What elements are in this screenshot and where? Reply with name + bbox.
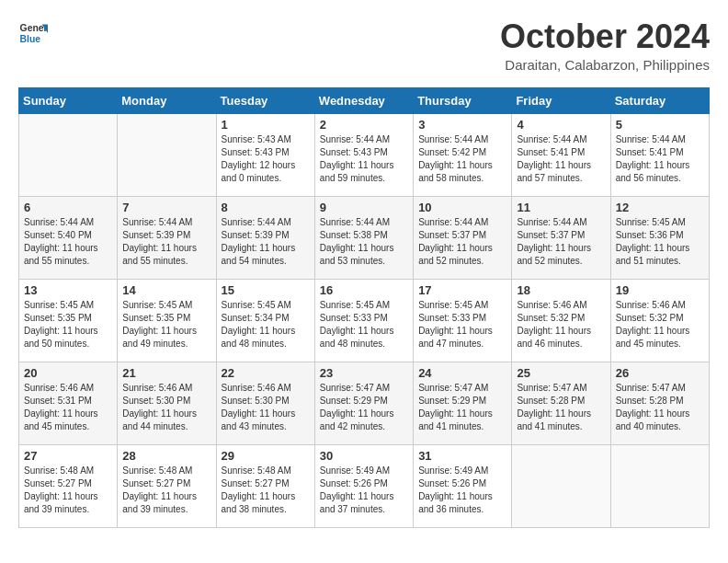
calendar-cell: 2Sunrise: 5:44 AM Sunset: 5:43 PM Daylig… (314, 113, 413, 196)
day-info: Sunrise: 5:49 AM Sunset: 5:26 PM Dayligh… (320, 465, 408, 516)
calendar-cell: 28Sunrise: 5:48 AM Sunset: 5:27 PM Dayli… (118, 444, 216, 527)
calendar-header-row: SundayMondayTuesdayWednesdayThursdayFrid… (19, 87, 710, 113)
day-info: Sunrise: 5:44 AM Sunset: 5:39 PM Dayligh… (222, 216, 310, 268)
day-number: 9 (320, 201, 408, 214)
title-block: October 2024 Daraitan, Calabarzon, Phili… (500, 18, 710, 73)
day-info: Sunrise: 5:47 AM Sunset: 5:28 PM Dayligh… (517, 382, 605, 433)
day-number: 18 (517, 283, 605, 297)
calendar-cell: 11Sunrise: 5:44 AM Sunset: 5:37 PM Dayli… (512, 196, 610, 279)
day-number: 23 (320, 366, 408, 380)
calendar-cell: 15Sunrise: 5:45 AM Sunset: 5:34 PM Dayli… (216, 279, 314, 362)
header-day-saturday: Saturday (610, 87, 709, 113)
calendar-cell (19, 113, 118, 196)
day-info: Sunrise: 5:47 AM Sunset: 5:28 PM Dayligh… (616, 382, 704, 433)
calendar-cell: 16Sunrise: 5:45 AM Sunset: 5:33 PM Dayli… (314, 279, 413, 362)
calendar-cell: 26Sunrise: 5:47 AM Sunset: 5:28 PM Dayli… (610, 362, 709, 444)
day-number: 15 (222, 283, 310, 297)
calendar-week-3: 13Sunrise: 5:45 AM Sunset: 5:35 PM Dayli… (19, 279, 710, 362)
calendar-cell: 13Sunrise: 5:45 AM Sunset: 5:35 PM Dayli… (19, 279, 118, 362)
calendar-cell: 25Sunrise: 5:47 AM Sunset: 5:28 PM Dayli… (512, 362, 610, 444)
day-number: 5 (616, 118, 704, 132)
calendar-cell: 24Sunrise: 5:47 AM Sunset: 5:29 PM Dayli… (414, 362, 512, 444)
day-info: Sunrise: 5:45 AM Sunset: 5:35 PM Dayligh… (122, 299, 210, 350)
calendar-cell: 20Sunrise: 5:46 AM Sunset: 5:31 PM Dayli… (19, 362, 118, 444)
day-info: Sunrise: 5:44 AM Sunset: 5:41 PM Dayligh… (517, 133, 605, 185)
day-info: Sunrise: 5:44 AM Sunset: 5:42 PM Dayligh… (418, 133, 506, 185)
day-info: Sunrise: 5:46 AM Sunset: 5:32 PM Dayligh… (517, 299, 605, 350)
day-info: Sunrise: 5:45 AM Sunset: 5:34 PM Dayligh… (222, 299, 310, 350)
day-number: 17 (418, 283, 506, 297)
calendar-cell: 30Sunrise: 5:49 AM Sunset: 5:26 PM Dayli… (314, 444, 413, 527)
header-day-thursday: Thursday (414, 87, 512, 113)
day-number: 20 (24, 366, 112, 380)
day-number: 12 (616, 201, 704, 214)
day-info: Sunrise: 5:44 AM Sunset: 5:37 PM Dayligh… (418, 216, 506, 268)
day-number: 29 (222, 449, 310, 463)
day-number: 1 (222, 118, 310, 132)
day-info: Sunrise: 5:48 AM Sunset: 5:27 PM Dayligh… (122, 465, 210, 516)
day-info: Sunrise: 5:45 AM Sunset: 5:33 PM Dayligh… (320, 299, 408, 350)
calendar-cell: 3Sunrise: 5:44 AM Sunset: 5:42 PM Daylig… (414, 113, 512, 196)
svg-text:Blue: Blue (20, 34, 41, 44)
calendar-cell: 27Sunrise: 5:48 AM Sunset: 5:27 PM Dayli… (19, 444, 118, 527)
calendar-cell: 14Sunrise: 5:45 AM Sunset: 5:35 PM Dayli… (118, 279, 216, 362)
day-info: Sunrise: 5:46 AM Sunset: 5:32 PM Dayligh… (616, 299, 704, 350)
day-info: Sunrise: 5:46 AM Sunset: 5:30 PM Dayligh… (222, 382, 310, 433)
header-day-friday: Friday (512, 87, 610, 113)
day-info: Sunrise: 5:44 AM Sunset: 5:38 PM Dayligh… (320, 216, 408, 268)
day-info: Sunrise: 5:45 AM Sunset: 5:35 PM Dayligh… (24, 299, 112, 350)
header-day-wednesday: Wednesday (314, 87, 413, 113)
calendar-week-4: 20Sunrise: 5:46 AM Sunset: 5:31 PM Dayli… (19, 362, 710, 444)
logo: General Blue (18, 18, 48, 48)
day-info: Sunrise: 5:47 AM Sunset: 5:29 PM Dayligh… (320, 382, 408, 433)
calendar-cell (610, 444, 709, 527)
calendar-cell: 31Sunrise: 5:49 AM Sunset: 5:26 PM Dayli… (414, 444, 512, 527)
logo-icon: General Blue (18, 18, 48, 48)
calendar-cell: 21Sunrise: 5:46 AM Sunset: 5:30 PM Dayli… (118, 362, 216, 444)
calendar-cell: 10Sunrise: 5:44 AM Sunset: 5:37 PM Dayli… (414, 196, 512, 279)
day-number: 4 (517, 118, 605, 132)
header-day-sunday: Sunday (19, 87, 118, 113)
day-number: 22 (222, 366, 310, 380)
day-info: Sunrise: 5:48 AM Sunset: 5:27 PM Dayligh… (24, 465, 112, 516)
calendar-table: SundayMondayTuesdayWednesdayThursdayFrid… (18, 87, 710, 528)
calendar-cell (512, 444, 610, 527)
day-number: 28 (122, 449, 210, 463)
day-info: Sunrise: 5:44 AM Sunset: 5:39 PM Dayligh… (122, 216, 210, 268)
day-info: Sunrise: 5:48 AM Sunset: 5:27 PM Dayligh… (222, 465, 310, 516)
calendar-cell: 4Sunrise: 5:44 AM Sunset: 5:41 PM Daylig… (512, 113, 610, 196)
day-info: Sunrise: 5:45 AM Sunset: 5:36 PM Dayligh… (616, 216, 704, 268)
day-number: 24 (418, 366, 506, 380)
calendar-cell (118, 113, 216, 196)
day-info: Sunrise: 5:43 AM Sunset: 5:43 PM Dayligh… (222, 133, 310, 185)
day-number: 6 (24, 201, 112, 214)
day-number: 30 (320, 449, 408, 463)
day-info: Sunrise: 5:47 AM Sunset: 5:29 PM Dayligh… (418, 382, 506, 433)
day-info: Sunrise: 5:46 AM Sunset: 5:30 PM Dayligh… (122, 382, 210, 433)
day-number: 16 (320, 283, 408, 297)
calendar-cell: 5Sunrise: 5:44 AM Sunset: 5:41 PM Daylig… (610, 113, 709, 196)
month-title: October 2024 (500, 18, 710, 55)
day-info: Sunrise: 5:44 AM Sunset: 5:40 PM Dayligh… (24, 216, 112, 268)
calendar-cell: 19Sunrise: 5:46 AM Sunset: 5:32 PM Dayli… (610, 279, 709, 362)
calendar-cell: 7Sunrise: 5:44 AM Sunset: 5:39 PM Daylig… (118, 196, 216, 279)
calendar-cell: 17Sunrise: 5:45 AM Sunset: 5:33 PM Dayli… (414, 279, 512, 362)
day-info: Sunrise: 5:49 AM Sunset: 5:26 PM Dayligh… (418, 465, 506, 516)
day-number: 8 (222, 201, 310, 214)
day-info: Sunrise: 5:45 AM Sunset: 5:33 PM Dayligh… (418, 299, 506, 350)
day-info: Sunrise: 5:44 AM Sunset: 5:41 PM Dayligh… (616, 133, 704, 185)
day-number: 11 (517, 201, 605, 214)
day-number: 2 (320, 118, 408, 132)
day-number: 21 (122, 366, 210, 380)
calendar-cell: 6Sunrise: 5:44 AM Sunset: 5:40 PM Daylig… (19, 196, 118, 279)
day-number: 26 (616, 366, 704, 380)
day-info: Sunrise: 5:44 AM Sunset: 5:43 PM Dayligh… (320, 133, 408, 185)
day-number: 10 (418, 201, 506, 214)
header-day-tuesday: Tuesday (216, 87, 314, 113)
day-number: 27 (24, 449, 112, 463)
day-number: 13 (24, 283, 112, 297)
calendar-cell: 12Sunrise: 5:45 AM Sunset: 5:36 PM Dayli… (610, 196, 709, 279)
page-header: General Blue October 2024 Daraitan, Cala… (18, 18, 710, 73)
day-number: 7 (122, 201, 210, 214)
day-number: 3 (418, 118, 506, 132)
